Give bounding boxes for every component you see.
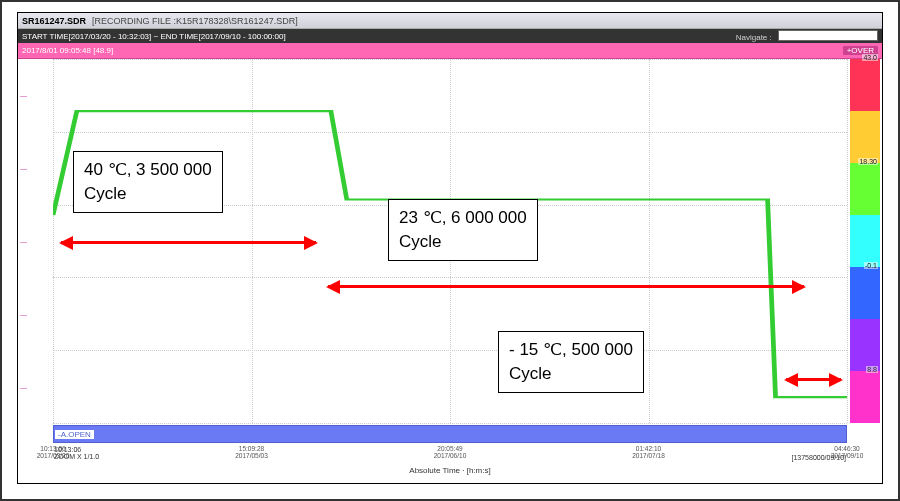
- navigate-label: Navigate :: [736, 33, 772, 42]
- file-info: [RECORDING FILE :K15R178328\SR161247.SDR…: [92, 16, 298, 26]
- arrow-23c: [328, 285, 804, 288]
- color-seg: -0.1: [850, 267, 880, 319]
- navigate-input[interactable]: [778, 30, 878, 41]
- timestamp-label: 2017/8/01 09:05:48 [48.9]: [22, 46, 113, 55]
- x-axis-label: Absolute Time · [h:m:s]: [409, 466, 490, 475]
- arrow-40c: [61, 241, 316, 244]
- channel-a-open-label: -A.OPEN: [55, 430, 94, 439]
- time-strip: 2017/8/01 09:05:48 [48.9] +OVER: [18, 43, 882, 59]
- callout-n15c: - 15 ℃, 500 000 Cycle: [498, 331, 644, 393]
- arrow-n15c: [786, 378, 841, 381]
- navigate-group: Navigate :: [736, 30, 878, 42]
- footer-right: [13758000/09/10]: [792, 454, 847, 461]
- y-axis: — — — — —: [18, 59, 53, 423]
- y-tick: —: [20, 310, 27, 317]
- y-tick: —: [20, 383, 27, 390]
- color-seg: [850, 319, 880, 371]
- color-seg: [850, 215, 880, 267]
- bottom-channel-strip: -A.OPEN: [53, 425, 847, 443]
- callout-40c: 40 ℃, 3 500 000 Cycle: [73, 151, 223, 213]
- app-frame: SR161247.SDR [RECORDING FILE :K15R178328…: [17, 12, 883, 484]
- status-bar: START TIME[2017/03/20 - 10:32:03] ~ END …: [18, 29, 882, 43]
- x-tick: 15:09:28 2017/05/03: [235, 445, 268, 459]
- color-seg: [850, 111, 880, 163]
- y-tick: —: [20, 165, 27, 172]
- title-bar: SR161247.SDR [RECORDING FILE :K15R178328…: [18, 13, 882, 29]
- x-axis: 10:13:06 2017/03/20 15:09:28 2017/05/03 …: [53, 445, 847, 475]
- x-tick: 01:42:10 2017/07/18: [632, 445, 665, 459]
- status-time-range: START TIME[2017/03/20 - 10:32:03] ~ END …: [22, 32, 286, 41]
- footer-left: 10:13:06 ZOOM X 1/1.0: [54, 446, 99, 461]
- x-tick: 20:05:49 2017/06/10: [434, 445, 467, 459]
- callout-23c: 23 ℃, 6 000 000 Cycle: [388, 199, 538, 261]
- file-name: SR161247.SDR: [22, 16, 86, 26]
- color-scale: 43.0 18.30 -0.1 8.8: [850, 59, 880, 423]
- color-seg: 18.30: [850, 163, 880, 215]
- color-seg: 8.8: [850, 371, 880, 423]
- color-seg: 43.0: [850, 59, 880, 111]
- y-tick: —: [20, 238, 27, 245]
- y-tick: —: [20, 92, 27, 99]
